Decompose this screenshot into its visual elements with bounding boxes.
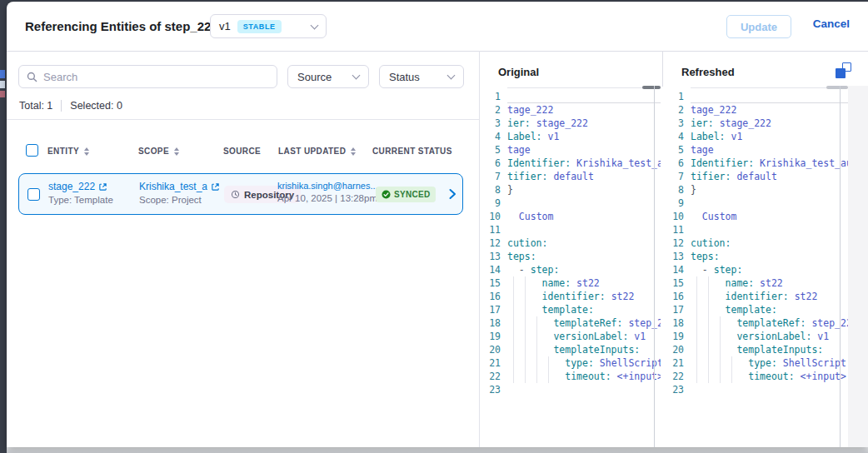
toolbar-divider [7, 119, 479, 120]
chevron-down-icon [311, 21, 319, 29]
column-header-entity[interactable]: ENTITY [47, 147, 89, 156]
code-text: ier: stage_222 [691, 117, 848, 130]
results-summary: Total: 1 Selected: 0 [19, 100, 122, 112]
line-number: 16 [479, 290, 501, 303]
status-filter-dropdown[interactable]: Status [379, 65, 464, 88]
indent-guide [513, 356, 514, 370]
code-text: cution: [507, 236, 661, 250]
code-line: 5tage [479, 143, 661, 157]
indent-guide [720, 370, 721, 383]
code-text: type: ShellScript [691, 356, 848, 370]
indent-guide [525, 356, 526, 370]
table-row[interactable]: stage_222 Type: Template Krishika_test_a… [18, 173, 463, 215]
search-input[interactable] [43, 71, 269, 83]
code-line: 18 templateRef: step_222 [662, 316, 848, 330]
select-all-checkbox[interactable] [26, 144, 38, 157]
code-text: Label: v1 [507, 130, 661, 143]
diff-header-separator [662, 51, 663, 87]
indent-guide [536, 343, 537, 356]
code-line: 20 templateInputs: [662, 343, 848, 356]
source-filter-dropdown[interactable]: Source [287, 65, 369, 88]
external-link-icon [211, 182, 220, 192]
row-chevron-right-icon[interactable] [446, 187, 459, 201]
page-edge-shadow [7, 447, 868, 453]
code-text: Identifier: Krishika_test_aut [507, 157, 661, 170]
line-number: 13 [479, 250, 501, 263]
sort-icon[interactable] [351, 147, 356, 156]
selected-count: Selected: 0 [70, 100, 122, 112]
indent-guide [548, 370, 549, 383]
scope-link[interactable]: Krishika_test_au... [139, 181, 220, 192]
code-line: 3ier: stage_222 [662, 117, 848, 130]
line-number: 9 [662, 197, 684, 210]
indent-guide [696, 370, 697, 383]
scrollbar-thumb[interactable] [826, 86, 848, 89]
line-number: 1 [662, 90, 684, 103]
horizontal-scrollbar[interactable] [691, 87, 848, 88]
code-text [507, 197, 661, 210]
scope-cell: Krishika_test_au... Scope: Project [139, 181, 220, 205]
diff-pane-refreshed[interactable]: 12tage_2223ier: stage_2224Label: v15tage… [662, 86, 848, 447]
line-number: 13 [662, 250, 684, 263]
code-line: 8} [479, 183, 661, 197]
code-line: 2tage_222 [479, 103, 661, 117]
line-number: 23 [479, 383, 501, 396]
line-number: 2 [479, 103, 501, 117]
repository-icon [231, 190, 240, 199]
indent-guide [708, 290, 709, 303]
indent-guide [696, 330, 697, 343]
cancel-button[interactable]: Cancel [813, 17, 850, 30]
entity-link[interactable]: stage_222 [48, 181, 113, 192]
horizontal-scrollbar[interactable] [507, 87, 661, 88]
line-number: 2 [662, 103, 684, 117]
indent-guide [536, 370, 537, 383]
updated-by-link[interactable]: krishika.singh@harnes... [277, 181, 378, 191]
column-header-scope[interactable]: SCOPE [138, 147, 179, 156]
sort-icon[interactable] [174, 147, 179, 156]
code-text: versionLabel: v1 [507, 330, 661, 343]
code-line: 22 timeout: <+input> [662, 370, 848, 383]
code-line: 19 versionLabel: v1 [662, 330, 848, 343]
indent-guide [696, 290, 697, 303]
code-line: 3ier: stage_222 [479, 117, 661, 130]
indent-guide [696, 303, 697, 316]
scrollbar-thumb[interactable] [642, 86, 661, 89]
code-line: 11 [479, 223, 661, 236]
entity-type: Type: Template [48, 195, 113, 205]
line-number: 20 [479, 343, 501, 356]
version-selector[interactable]: v1 STABLE [210, 14, 327, 38]
indent-guide [708, 303, 709, 316]
row-checkbox[interactable] [27, 188, 40, 201]
code-text: timeout: <+input> [691, 370, 848, 383]
code-line: 21 type: ShellScript [479, 356, 661, 370]
code-text: } [691, 183, 848, 197]
background-nav-fragment [0, 91, 5, 97]
line-number: 20 [662, 343, 684, 356]
code-text: template: [507, 303, 661, 316]
code-line: 21 type: ShellScript [662, 356, 848, 370]
column-header-current-status: CURRENT STATUS [372, 147, 452, 156]
indent-guide [696, 356, 697, 370]
update-button[interactable]: Update [726, 15, 791, 38]
line-number: 21 [662, 356, 684, 370]
column-header-last-updated[interactable]: LAST UPDATED [278, 147, 356, 156]
code-line: 23 [479, 383, 661, 396]
indent-guide [513, 370, 514, 383]
indent-guide [731, 370, 732, 383]
sort-icon[interactable] [84, 147, 89, 156]
code-text: teps: [691, 250, 848, 263]
dialog-title: Referencing Entities of step_222 [25, 19, 218, 33]
status-badge: SYNCED [376, 187, 436, 202]
indent-guide [536, 316, 537, 330]
code-text [507, 223, 661, 236]
copy-icon[interactable] [836, 62, 851, 78]
code-line: 10 Custom [479, 210, 661, 223]
search-box[interactable] [18, 65, 277, 88]
code-text: teps: [507, 250, 661, 263]
code-text: versionLabel: v1 [691, 330, 848, 343]
synced-check-icon [382, 190, 391, 199]
indent-guide [708, 330, 709, 343]
diff-pane-original[interactable]: 12tage_2223ier: stage_2224Label: v15tage… [479, 86, 661, 447]
indent-guide [708, 370, 709, 383]
indent-guide [720, 356, 721, 370]
